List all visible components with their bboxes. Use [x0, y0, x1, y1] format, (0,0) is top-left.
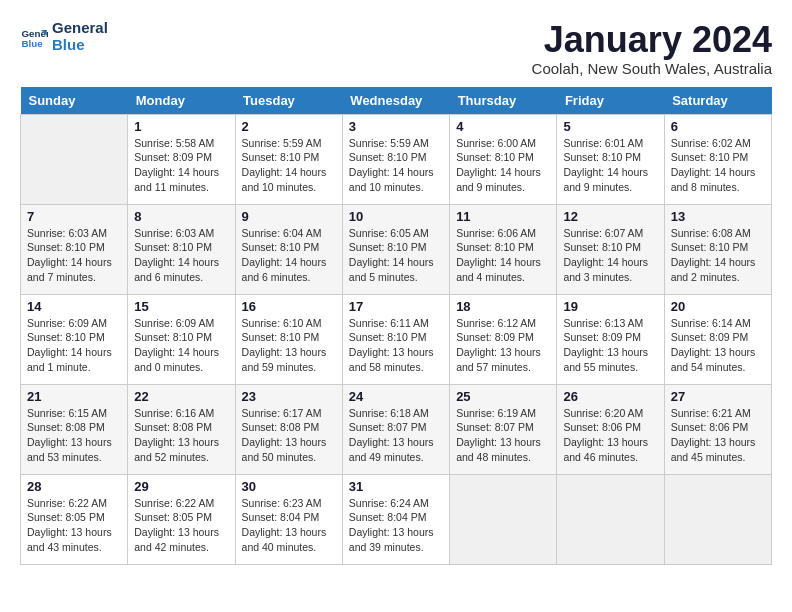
calendar-cell: 4Sunrise: 6:00 AMSunset: 8:10 PMDaylight…	[450, 114, 557, 204]
calendar-cell	[21, 114, 128, 204]
day-number: 18	[456, 299, 550, 314]
calendar-cell	[664, 474, 771, 564]
day-info: Sunrise: 6:16 AMSunset: 8:08 PMDaylight:…	[134, 406, 228, 465]
title-block: January 2024 Coolah, New South Wales, Au…	[532, 20, 772, 77]
day-number: 21	[27, 389, 121, 404]
day-info: Sunrise: 6:03 AMSunset: 8:10 PMDaylight:…	[134, 226, 228, 285]
calendar-cell: 17Sunrise: 6:11 AMSunset: 8:10 PMDayligh…	[342, 294, 449, 384]
weekday-header: Monday	[128, 87, 235, 115]
day-number: 27	[671, 389, 765, 404]
calendar-cell: 6Sunrise: 6:02 AMSunset: 8:10 PMDaylight…	[664, 114, 771, 204]
day-info: Sunrise: 6:01 AMSunset: 8:10 PMDaylight:…	[563, 136, 657, 195]
day-number: 7	[27, 209, 121, 224]
day-number: 11	[456, 209, 550, 224]
day-number: 3	[349, 119, 443, 134]
calendar-cell: 29Sunrise: 6:22 AMSunset: 8:05 PMDayligh…	[128, 474, 235, 564]
calendar-cell: 26Sunrise: 6:20 AMSunset: 8:06 PMDayligh…	[557, 384, 664, 474]
day-number: 6	[671, 119, 765, 134]
day-info: Sunrise: 6:17 AMSunset: 8:08 PMDaylight:…	[242, 406, 336, 465]
calendar-body: 1Sunrise: 5:58 AMSunset: 8:09 PMDaylight…	[21, 114, 772, 564]
day-number: 16	[242, 299, 336, 314]
weekday-header: Friday	[557, 87, 664, 115]
weekday-header: Saturday	[664, 87, 771, 115]
calendar-cell: 21Sunrise: 6:15 AMSunset: 8:08 PMDayligh…	[21, 384, 128, 474]
day-info: Sunrise: 6:13 AMSunset: 8:09 PMDaylight:…	[563, 316, 657, 375]
calendar-week-row: 28Sunrise: 6:22 AMSunset: 8:05 PMDayligh…	[21, 474, 772, 564]
day-number: 8	[134, 209, 228, 224]
calendar-cell: 24Sunrise: 6:18 AMSunset: 8:07 PMDayligh…	[342, 384, 449, 474]
day-info: Sunrise: 6:09 AMSunset: 8:10 PMDaylight:…	[134, 316, 228, 375]
day-number: 5	[563, 119, 657, 134]
day-info: Sunrise: 6:18 AMSunset: 8:07 PMDaylight:…	[349, 406, 443, 465]
calendar-cell: 22Sunrise: 6:16 AMSunset: 8:08 PMDayligh…	[128, 384, 235, 474]
location: Coolah, New South Wales, Australia	[532, 60, 772, 77]
day-number: 2	[242, 119, 336, 134]
day-number: 1	[134, 119, 228, 134]
calendar-cell: 27Sunrise: 6:21 AMSunset: 8:06 PMDayligh…	[664, 384, 771, 474]
day-info: Sunrise: 5:59 AMSunset: 8:10 PMDaylight:…	[349, 136, 443, 195]
day-info: Sunrise: 6:04 AMSunset: 8:10 PMDaylight:…	[242, 226, 336, 285]
calendar-cell: 15Sunrise: 6:09 AMSunset: 8:10 PMDayligh…	[128, 294, 235, 384]
day-number: 23	[242, 389, 336, 404]
day-info: Sunrise: 6:05 AMSunset: 8:10 PMDaylight:…	[349, 226, 443, 285]
day-info: Sunrise: 6:09 AMSunset: 8:10 PMDaylight:…	[27, 316, 121, 375]
day-info: Sunrise: 6:02 AMSunset: 8:10 PMDaylight:…	[671, 136, 765, 195]
day-number: 19	[563, 299, 657, 314]
weekday-header: Sunday	[21, 87, 128, 115]
calendar-cell	[557, 474, 664, 564]
day-info: Sunrise: 6:06 AMSunset: 8:10 PMDaylight:…	[456, 226, 550, 285]
day-info: Sunrise: 6:12 AMSunset: 8:09 PMDaylight:…	[456, 316, 550, 375]
calendar-cell: 14Sunrise: 6:09 AMSunset: 8:10 PMDayligh…	[21, 294, 128, 384]
calendar-week-row: 21Sunrise: 6:15 AMSunset: 8:08 PMDayligh…	[21, 384, 772, 474]
calendar-cell: 11Sunrise: 6:06 AMSunset: 8:10 PMDayligh…	[450, 204, 557, 294]
calendar-cell: 16Sunrise: 6:10 AMSunset: 8:10 PMDayligh…	[235, 294, 342, 384]
calendar-cell: 18Sunrise: 6:12 AMSunset: 8:09 PMDayligh…	[450, 294, 557, 384]
calendar-week-row: 14Sunrise: 6:09 AMSunset: 8:10 PMDayligh…	[21, 294, 772, 384]
day-info: Sunrise: 6:22 AMSunset: 8:05 PMDaylight:…	[134, 496, 228, 555]
calendar-cell: 20Sunrise: 6:14 AMSunset: 8:09 PMDayligh…	[664, 294, 771, 384]
day-info: Sunrise: 6:14 AMSunset: 8:09 PMDaylight:…	[671, 316, 765, 375]
day-number: 17	[349, 299, 443, 314]
calendar-cell	[450, 474, 557, 564]
calendar-header: SundayMondayTuesdayWednesdayThursdayFrid…	[21, 87, 772, 115]
calendar-cell: 31Sunrise: 6:24 AMSunset: 8:04 PMDayligh…	[342, 474, 449, 564]
day-number: 13	[671, 209, 765, 224]
day-info: Sunrise: 6:24 AMSunset: 8:04 PMDaylight:…	[349, 496, 443, 555]
logo-general: General	[52, 20, 108, 37]
day-number: 26	[563, 389, 657, 404]
day-info: Sunrise: 6:03 AMSunset: 8:10 PMDaylight:…	[27, 226, 121, 285]
day-info: Sunrise: 6:21 AMSunset: 8:06 PMDaylight:…	[671, 406, 765, 465]
calendar-cell: 12Sunrise: 6:07 AMSunset: 8:10 PMDayligh…	[557, 204, 664, 294]
day-info: Sunrise: 6:08 AMSunset: 8:10 PMDaylight:…	[671, 226, 765, 285]
day-number: 15	[134, 299, 228, 314]
calendar-cell: 10Sunrise: 6:05 AMSunset: 8:10 PMDayligh…	[342, 204, 449, 294]
day-number: 20	[671, 299, 765, 314]
day-number: 24	[349, 389, 443, 404]
calendar-cell: 3Sunrise: 5:59 AMSunset: 8:10 PMDaylight…	[342, 114, 449, 204]
day-number: 4	[456, 119, 550, 134]
logo-blue: Blue	[52, 37, 108, 54]
day-number: 14	[27, 299, 121, 314]
calendar-cell: 28Sunrise: 6:22 AMSunset: 8:05 PMDayligh…	[21, 474, 128, 564]
calendar-cell: 7Sunrise: 6:03 AMSunset: 8:10 PMDaylight…	[21, 204, 128, 294]
calendar-cell: 25Sunrise: 6:19 AMSunset: 8:07 PMDayligh…	[450, 384, 557, 474]
day-info: Sunrise: 6:11 AMSunset: 8:10 PMDaylight:…	[349, 316, 443, 375]
calendar-cell: 2Sunrise: 5:59 AMSunset: 8:10 PMDaylight…	[235, 114, 342, 204]
calendar-cell: 8Sunrise: 6:03 AMSunset: 8:10 PMDaylight…	[128, 204, 235, 294]
day-number: 29	[134, 479, 228, 494]
day-info: Sunrise: 6:15 AMSunset: 8:08 PMDaylight:…	[27, 406, 121, 465]
calendar-cell: 23Sunrise: 6:17 AMSunset: 8:08 PMDayligh…	[235, 384, 342, 474]
day-info: Sunrise: 6:00 AMSunset: 8:10 PMDaylight:…	[456, 136, 550, 195]
day-info: Sunrise: 6:07 AMSunset: 8:10 PMDaylight:…	[563, 226, 657, 285]
logo: General Blue General Blue	[20, 20, 108, 53]
day-number: 28	[27, 479, 121, 494]
day-info: Sunrise: 5:58 AMSunset: 8:09 PMDaylight:…	[134, 136, 228, 195]
calendar-cell: 13Sunrise: 6:08 AMSunset: 8:10 PMDayligh…	[664, 204, 771, 294]
day-number: 31	[349, 479, 443, 494]
day-number: 9	[242, 209, 336, 224]
calendar-cell: 1Sunrise: 5:58 AMSunset: 8:09 PMDaylight…	[128, 114, 235, 204]
day-info: Sunrise: 6:10 AMSunset: 8:10 PMDaylight:…	[242, 316, 336, 375]
calendar-week-row: 1Sunrise: 5:58 AMSunset: 8:09 PMDaylight…	[21, 114, 772, 204]
day-info: Sunrise: 6:20 AMSunset: 8:06 PMDaylight:…	[563, 406, 657, 465]
calendar-table: SundayMondayTuesdayWednesdayThursdayFrid…	[20, 87, 772, 565]
